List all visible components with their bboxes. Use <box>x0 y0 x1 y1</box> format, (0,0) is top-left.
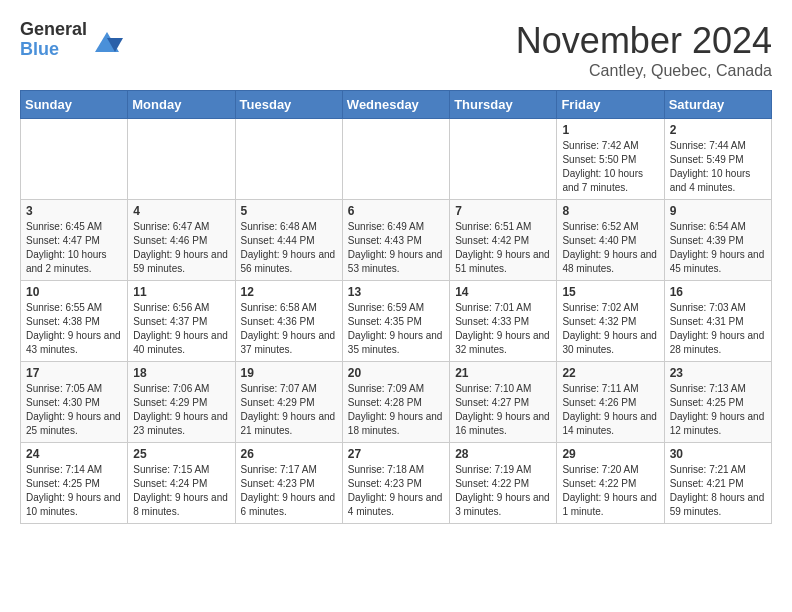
day-number: 4 <box>133 204 229 218</box>
day-number: 16 <box>670 285 766 299</box>
day-cell: 4Sunrise: 6:47 AMSunset: 4:46 PMDaylight… <box>128 200 235 281</box>
day-number: 25 <box>133 447 229 461</box>
day-info: Sunrise: 6:56 AMSunset: 4:37 PMDaylight:… <box>133 301 229 357</box>
day-number: 27 <box>348 447 444 461</box>
day-number: 9 <box>670 204 766 218</box>
logo: General Blue <box>20 20 123 60</box>
day-info: Sunrise: 6:58 AMSunset: 4:36 PMDaylight:… <box>241 301 337 357</box>
day-number: 6 <box>348 204 444 218</box>
day-cell: 7Sunrise: 6:51 AMSunset: 4:42 PMDaylight… <box>450 200 557 281</box>
day-cell: 15Sunrise: 7:02 AMSunset: 4:32 PMDayligh… <box>557 281 664 362</box>
day-info: Sunrise: 7:14 AMSunset: 4:25 PMDaylight:… <box>26 463 122 519</box>
header-row: SundayMondayTuesdayWednesdayThursdayFrid… <box>21 91 772 119</box>
day-info: Sunrise: 7:06 AMSunset: 4:29 PMDaylight:… <box>133 382 229 438</box>
day-cell <box>342 119 449 200</box>
day-cell: 16Sunrise: 7:03 AMSunset: 4:31 PMDayligh… <box>664 281 771 362</box>
week-row-5: 24Sunrise: 7:14 AMSunset: 4:25 PMDayligh… <box>21 443 772 524</box>
day-info: Sunrise: 7:02 AMSunset: 4:32 PMDaylight:… <box>562 301 658 357</box>
day-info: Sunrise: 7:01 AMSunset: 4:33 PMDaylight:… <box>455 301 551 357</box>
day-number: 22 <box>562 366 658 380</box>
title-block: November 2024 Cantley, Quebec, Canada <box>516 20 772 80</box>
day-number: 12 <box>241 285 337 299</box>
day-cell <box>235 119 342 200</box>
day-cell: 24Sunrise: 7:14 AMSunset: 4:25 PMDayligh… <box>21 443 128 524</box>
day-cell: 8Sunrise: 6:52 AMSunset: 4:40 PMDaylight… <box>557 200 664 281</box>
day-number: 1 <box>562 123 658 137</box>
day-cell <box>128 119 235 200</box>
header-thursday: Thursday <box>450 91 557 119</box>
day-cell: 9Sunrise: 6:54 AMSunset: 4:39 PMDaylight… <box>664 200 771 281</box>
header-wednesday: Wednesday <box>342 91 449 119</box>
day-number: 21 <box>455 366 551 380</box>
day-cell: 19Sunrise: 7:07 AMSunset: 4:29 PMDayligh… <box>235 362 342 443</box>
header-saturday: Saturday <box>664 91 771 119</box>
day-cell: 27Sunrise: 7:18 AMSunset: 4:23 PMDayligh… <box>342 443 449 524</box>
day-info: Sunrise: 6:59 AMSunset: 4:35 PMDaylight:… <box>348 301 444 357</box>
day-cell: 13Sunrise: 6:59 AMSunset: 4:35 PMDayligh… <box>342 281 449 362</box>
day-number: 2 <box>670 123 766 137</box>
day-number: 19 <box>241 366 337 380</box>
day-info: Sunrise: 6:54 AMSunset: 4:39 PMDaylight:… <box>670 220 766 276</box>
day-info: Sunrise: 7:11 AMSunset: 4:26 PMDaylight:… <box>562 382 658 438</box>
logo-general-text: General <box>20 20 87 40</box>
day-number: 14 <box>455 285 551 299</box>
day-cell <box>21 119 128 200</box>
header-sunday: Sunday <box>21 91 128 119</box>
day-number: 18 <box>133 366 229 380</box>
day-info: Sunrise: 7:03 AMSunset: 4:31 PMDaylight:… <box>670 301 766 357</box>
week-row-3: 10Sunrise: 6:55 AMSunset: 4:38 PMDayligh… <box>21 281 772 362</box>
day-info: Sunrise: 7:10 AMSunset: 4:27 PMDaylight:… <box>455 382 551 438</box>
month-title: November 2024 <box>516 20 772 62</box>
header: General Blue November 2024 Cantley, Queb… <box>20 20 772 80</box>
day-cell <box>450 119 557 200</box>
day-info: Sunrise: 6:55 AMSunset: 4:38 PMDaylight:… <box>26 301 122 357</box>
day-cell: 14Sunrise: 7:01 AMSunset: 4:33 PMDayligh… <box>450 281 557 362</box>
day-cell: 28Sunrise: 7:19 AMSunset: 4:22 PMDayligh… <box>450 443 557 524</box>
day-info: Sunrise: 6:51 AMSunset: 4:42 PMDaylight:… <box>455 220 551 276</box>
day-cell: 6Sunrise: 6:49 AMSunset: 4:43 PMDaylight… <box>342 200 449 281</box>
day-cell: 5Sunrise: 6:48 AMSunset: 4:44 PMDaylight… <box>235 200 342 281</box>
logo-icon <box>91 24 123 56</box>
day-number: 17 <box>26 366 122 380</box>
day-cell: 3Sunrise: 6:45 AMSunset: 4:47 PMDaylight… <box>21 200 128 281</box>
day-cell: 12Sunrise: 6:58 AMSunset: 4:36 PMDayligh… <box>235 281 342 362</box>
day-number: 7 <box>455 204 551 218</box>
day-info: Sunrise: 6:47 AMSunset: 4:46 PMDaylight:… <box>133 220 229 276</box>
day-info: Sunrise: 6:49 AMSunset: 4:43 PMDaylight:… <box>348 220 444 276</box>
day-cell: 2Sunrise: 7:44 AMSunset: 5:49 PMDaylight… <box>664 119 771 200</box>
day-info: Sunrise: 7:21 AMSunset: 4:21 PMDaylight:… <box>670 463 766 519</box>
day-cell: 11Sunrise: 6:56 AMSunset: 4:37 PMDayligh… <box>128 281 235 362</box>
calendar-table: SundayMondayTuesdayWednesdayThursdayFrid… <box>20 90 772 524</box>
day-number: 5 <box>241 204 337 218</box>
day-cell: 18Sunrise: 7:06 AMSunset: 4:29 PMDayligh… <box>128 362 235 443</box>
week-row-4: 17Sunrise: 7:05 AMSunset: 4:30 PMDayligh… <box>21 362 772 443</box>
day-info: Sunrise: 6:52 AMSunset: 4:40 PMDaylight:… <box>562 220 658 276</box>
logo-blue-text: Blue <box>20 40 87 60</box>
day-info: Sunrise: 7:42 AMSunset: 5:50 PMDaylight:… <box>562 139 658 195</box>
day-number: 8 <box>562 204 658 218</box>
day-info: Sunrise: 7:07 AMSunset: 4:29 PMDaylight:… <box>241 382 337 438</box>
day-info: Sunrise: 7:20 AMSunset: 4:22 PMDaylight:… <box>562 463 658 519</box>
day-cell: 22Sunrise: 7:11 AMSunset: 4:26 PMDayligh… <box>557 362 664 443</box>
day-cell: 29Sunrise: 7:20 AMSunset: 4:22 PMDayligh… <box>557 443 664 524</box>
week-row-2: 3Sunrise: 6:45 AMSunset: 4:47 PMDaylight… <box>21 200 772 281</box>
day-cell: 1Sunrise: 7:42 AMSunset: 5:50 PMDaylight… <box>557 119 664 200</box>
day-number: 30 <box>670 447 766 461</box>
day-cell: 26Sunrise: 7:17 AMSunset: 4:23 PMDayligh… <box>235 443 342 524</box>
day-cell: 17Sunrise: 7:05 AMSunset: 4:30 PMDayligh… <box>21 362 128 443</box>
day-cell: 23Sunrise: 7:13 AMSunset: 4:25 PMDayligh… <box>664 362 771 443</box>
day-cell: 20Sunrise: 7:09 AMSunset: 4:28 PMDayligh… <box>342 362 449 443</box>
day-info: Sunrise: 7:18 AMSunset: 4:23 PMDaylight:… <box>348 463 444 519</box>
day-info: Sunrise: 7:15 AMSunset: 4:24 PMDaylight:… <box>133 463 229 519</box>
day-info: Sunrise: 7:05 AMSunset: 4:30 PMDaylight:… <box>26 382 122 438</box>
day-number: 11 <box>133 285 229 299</box>
day-number: 13 <box>348 285 444 299</box>
day-cell: 30Sunrise: 7:21 AMSunset: 4:21 PMDayligh… <box>664 443 771 524</box>
day-cell: 25Sunrise: 7:15 AMSunset: 4:24 PMDayligh… <box>128 443 235 524</box>
day-info: Sunrise: 7:09 AMSunset: 4:28 PMDaylight:… <box>348 382 444 438</box>
day-number: 20 <box>348 366 444 380</box>
subtitle: Cantley, Quebec, Canada <box>516 62 772 80</box>
day-number: 28 <box>455 447 551 461</box>
day-info: Sunrise: 7:13 AMSunset: 4:25 PMDaylight:… <box>670 382 766 438</box>
day-number: 23 <box>670 366 766 380</box>
